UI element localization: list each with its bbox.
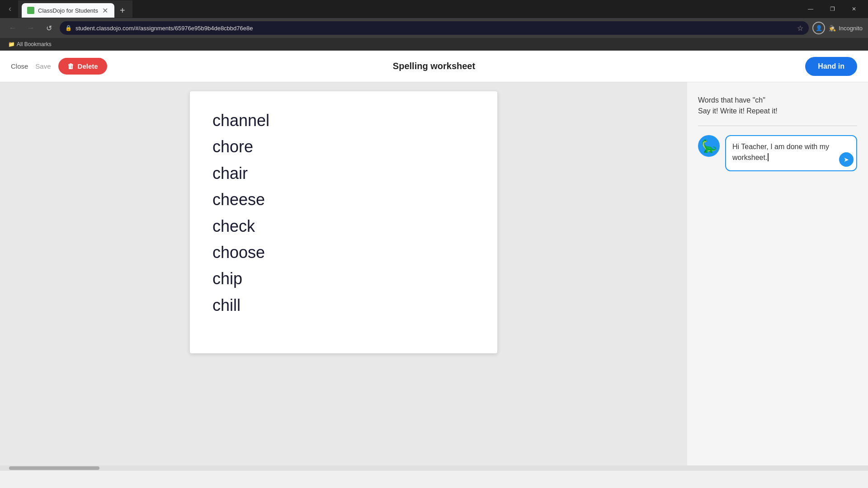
refresh-button[interactable]: ↺: [42, 21, 56, 35]
list-item: chore: [212, 136, 475, 158]
bookmarks-folder-icon: 📁: [8, 41, 15, 47]
incognito-icon: 🕵: [829, 25, 836, 32]
list-item: chill: [212, 294, 475, 317]
list-item: channel: [212, 109, 475, 132]
browser-titlebar: ‹ ClassDojo for Students ✕ + — ❐ ✕: [0, 0, 868, 18]
address-bar[interactable]: 🔒 student.classdojo.com/#/assignments/65…: [60, 21, 809, 35]
bookmarks-folder-label: All Bookmarks: [17, 41, 52, 47]
bookmark-star-icon[interactable]: ☆: [797, 24, 803, 33]
horizontal-scrollbar[interactable]: [0, 465, 868, 471]
right-panel: Words that have "ch" Say it! Write it! R…: [687, 82, 868, 465]
list-item: chair: [212, 162, 475, 185]
tab-favicon: [27, 7, 34, 14]
browser-chrome: ‹ ClassDojo for Students ✕ + — ❐ ✕ ← → ↺…: [0, 0, 868, 51]
list-item: choose: [212, 241, 475, 264]
lock-icon: 🔒: [65, 25, 72, 31]
list-item: cheese: [212, 188, 475, 211]
panel-instructions: Words that have "ch" Say it! Write it! R…: [698, 95, 857, 117]
tab-bar: ClassDojo for Students ✕ +: [18, 0, 132, 18]
delete-label: Delete: [78, 62, 98, 70]
panel-divider: [698, 126, 857, 126]
new-tab-button[interactable]: +: [116, 4, 129, 17]
incognito-label: Incognito: [839, 25, 863, 32]
scrollbar-thumb[interactable]: [9, 466, 99, 470]
minimize-button[interactable]: —: [800, 0, 821, 18]
active-tab[interactable]: ClassDojo for Students ✕: [22, 3, 114, 18]
app-container: Close Save 🗑 Delete Spelling worksheet H…: [0, 51, 868, 471]
profile-button[interactable]: 👤: [812, 22, 825, 34]
trash-icon: 🗑: [67, 62, 74, 70]
window-controls: — ❐ ✕: [800, 0, 864, 18]
tab-close-button[interactable]: ✕: [102, 7, 109, 14]
forward-button[interactable]: →: [24, 21, 38, 35]
hand-in-button[interactable]: Hand in: [805, 57, 857, 76]
bookmarks-bar: 📁 All Bookmarks: [0, 38, 868, 51]
incognito-indicator: 🕵 Incognito: [829, 25, 863, 32]
document-page: channelchorechaircheesecheckchoosechipch…: [190, 91, 497, 353]
text-cursor: [768, 153, 769, 161]
document-area: channelchorechaircheesecheckchoosechipch…: [0, 82, 687, 465]
list-item: chip: [212, 267, 475, 290]
message-text: Hi Teacher, I am done with my worksheet.: [732, 143, 829, 161]
message-area: 🦕 Hi Teacher, I am done with my workshee…: [698, 135, 857, 171]
message-wrapper: Hi Teacher, I am done with my worksheet.…: [725, 135, 857, 171]
header-left: Close Save 🗑 Delete: [11, 58, 107, 75]
close-button[interactable]: Close: [11, 62, 28, 70]
back-button[interactable]: ←: [5, 21, 20, 35]
all-bookmarks-folder[interactable]: 📁 All Bookmarks: [5, 40, 54, 48]
app-header: Close Save 🗑 Delete Spelling worksheet H…: [0, 51, 868, 82]
delete-button[interactable]: 🗑 Delete: [58, 58, 107, 75]
page-title: Spelling worksheet: [393, 61, 475, 71]
maximize-button[interactable]: ❐: [822, 0, 843, 18]
send-button[interactable]: ➤: [839, 152, 854, 167]
tab-scroll-left[interactable]: ‹: [4, 2, 16, 15]
send-icon: ➤: [844, 156, 849, 163]
instruction-line-2: Say it! Write it! Repeat it!: [698, 106, 857, 117]
message-input[interactable]: Hi Teacher, I am done with my worksheet.: [725, 135, 857, 171]
tab-title: ClassDojo for Students: [38, 7, 98, 14]
avatar: 🦕: [698, 135, 720, 157]
monster-icon: 🦕: [701, 139, 717, 154]
word-list: channelchorechaircheesecheckchoosechipch…: [212, 109, 475, 317]
instruction-line-1: Words that have "ch": [698, 95, 857, 106]
close-button[interactable]: ✕: [844, 0, 864, 18]
browser-toolbar: ← → ↺ 🔒 student.classdojo.com/#/assignme…: [0, 18, 868, 38]
list-item: check: [212, 215, 475, 238]
main-content: channelchorechaircheesecheckchoosechipch…: [0, 82, 868, 465]
url-display: student.classdojo.com/#/assignments/6597…: [75, 25, 793, 32]
save-button[interactable]: Save: [35, 62, 51, 70]
